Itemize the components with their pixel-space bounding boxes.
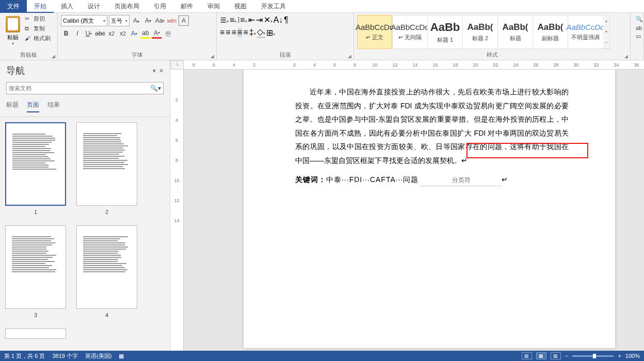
style-item-3[interactable]: AaBb(标题 2: [462, 15, 497, 49]
borders-button[interactable]: ⊞▾: [266, 28, 275, 38]
status-macro-icon[interactable]: ▦: [119, 353, 124, 359]
copy-label: 复制: [34, 25, 45, 32]
vertical-ruler[interactable]: 2468101214: [170, 70, 184, 351]
thumb-page-4[interactable]: 4: [76, 225, 137, 318]
replace-icon[interactable]: ab: [636, 25, 638, 31]
page[interactable]: 近年来，中国在海外直接投资上的动作很大，先后在欧美市场上进行较大影响的投资。在亚…: [244, 70, 615, 348]
tab-devtools[interactable]: 开发工具: [254, 0, 293, 13]
nav-tab-results[interactable]: 结果: [47, 101, 60, 112]
nav-search-box[interactable]: 🔍▾: [6, 82, 164, 94]
copy-button[interactable]: ⧉复制: [25, 25, 51, 32]
strikethrough-button[interactable]: abc: [95, 28, 105, 39]
nav-tab-headings[interactable]: 标题: [6, 101, 19, 112]
decrease-indent-button[interactable]: ⇤: [248, 15, 255, 25]
tab-references[interactable]: 引用: [147, 0, 173, 13]
status-lang[interactable]: 英语(美国): [85, 352, 111, 360]
horizontal-ruler[interactable]: 8642246810121416182022242628303234363840…: [184, 60, 644, 70]
thumb-page-5[interactable]: [5, 329, 66, 339]
thumb-page-2[interactable]: 2: [76, 122, 137, 215]
search-icon[interactable]: 🔍▾: [150, 85, 161, 92]
gallery-scroll[interactable]: ▴▾▿: [603, 15, 610, 49]
tab-review[interactable]: 审阅: [200, 0, 227, 13]
highlight-button[interactable]: ab: [140, 28, 151, 39]
change-case-button[interactable]: Aa▾: [155, 15, 165, 26]
styles-gallery[interactable]: AaBbCcDd↵ 正文AaBbCcDd↵ 无间隔AaBb标题 1AaBb(标题…: [357, 15, 610, 49]
style-item-5[interactable]: AaBb(副标题: [533, 15, 568, 49]
clipboard-launcher-icon[interactable]: ◢: [52, 54, 55, 59]
status-bar: 第 1 页，共 6 页 3819 个字 英语(美国) ▦ ▤ ▦ ▥ − + 1…: [0, 351, 644, 361]
styles-launcher-icon[interactable]: ◢: [624, 54, 628, 59]
nav-dropdown-icon[interactable]: ▾: [153, 68, 156, 74]
cut-button[interactable]: ✂剪切: [25, 15, 51, 23]
tab-view[interactable]: 视图: [227, 0, 254, 13]
zoom-slider[interactable]: [572, 355, 614, 357]
align-right-button[interactable]: ≡: [232, 28, 236, 37]
view-print-icon[interactable]: ▦: [536, 352, 546, 359]
view-web-icon[interactable]: ▥: [551, 352, 561, 359]
bold-button[interactable]: B: [61, 28, 71, 39]
nav-search-input[interactable]: [9, 85, 150, 91]
tab-file[interactable]: 文件: [0, 0, 27, 13]
font-color-button[interactable]: A▾: [152, 28, 162, 39]
style-item-4[interactable]: AaBb(标题: [497, 15, 533, 49]
asian-layout-button[interactable]: ✕▾: [264, 15, 272, 25]
italic-button[interactable]: I: [72, 28, 83, 39]
nav-close-icon[interactable]: ✕: [159, 68, 164, 74]
bullets-button[interactable]: ≣▾: [220, 15, 229, 25]
group-styles: AaBbCcDd↵ 正文AaBbCcDd↵ 无间隔AaBb标题 1AaBb(标题…: [354, 13, 631, 60]
text-effects-button[interactable]: A▾: [129, 28, 139, 39]
tab-layout[interactable]: 页面布局: [107, 0, 147, 13]
grow-font-button[interactable]: A▴: [131, 15, 141, 26]
paste-button[interactable]: 粘贴 ▾: [3, 15, 23, 46]
zoom-in-button[interactable]: +: [618, 353, 621, 359]
view-read-icon[interactable]: ▤: [522, 352, 532, 359]
tab-design[interactable]: 设计: [81, 0, 107, 13]
find-icon[interactable]: 🔍: [636, 16, 638, 23]
thumb-page-3[interactable]: 3: [5, 225, 66, 318]
underline-button[interactable]: U▾: [84, 28, 94, 39]
phonetic-guide-button[interactable]: wén: [167, 15, 177, 26]
style-item-0[interactable]: AaBbCcDd↵ 正文: [357, 15, 392, 49]
font-launcher-icon[interactable]: ◢: [211, 54, 214, 59]
subscript-button[interactable]: x2: [106, 28, 117, 39]
page-scroll[interactable]: 近年来，中国在海外直接投资上的动作很大，先后在欧美市场上进行较大影响的投资。在亚…: [184, 70, 644, 351]
show-marks-button[interactable]: ¶: [284, 15, 288, 25]
keywords-line[interactable]: 关键词：中泰···FDI···CAFTA···问题 分页符↵: [295, 173, 569, 187]
style-preview: AaBb: [430, 21, 460, 34]
format-painter-button[interactable]: 🖌格式刷: [25, 35, 51, 42]
shading-button[interactable]: ◇▾: [257, 27, 265, 38]
increase-indent-button[interactable]: ⇥: [256, 15, 263, 25]
clear-format-button[interactable]: A: [179, 15, 189, 26]
line-spacing-button[interactable]: ‡▾: [249, 28, 256, 37]
numbering-button[interactable]: ≡▾: [230, 15, 236, 25]
style-name: 副标题: [542, 35, 559, 42]
tab-home[interactable]: 开始: [27, 0, 54, 13]
enclose-char-button[interactable]: ㊥: [163, 28, 173, 39]
justify-button[interactable]: ≡: [237, 28, 242, 37]
style-item-6[interactable]: AaBbCcDd不明显强调: [568, 15, 603, 49]
select-icon[interactable]: ▭: [636, 33, 638, 40]
multilevel-button[interactable]: ⁝≡▾: [237, 15, 247, 25]
nav-tab-pages[interactable]: 页面: [27, 101, 39, 112]
paste-icon: [6, 16, 20, 32]
zoom-value[interactable]: 100%: [625, 353, 640, 359]
status-page[interactable]: 第 1 页，共 6 页: [4, 352, 45, 360]
shrink-font-button[interactable]: A▾: [143, 15, 153, 26]
tab-mailings[interactable]: 邮件: [173, 0, 200, 13]
tab-insert[interactable]: 插入: [54, 0, 81, 13]
page-break-mark: 分页符: [421, 174, 502, 187]
font-name-select[interactable]: Calibri (西文▾: [61, 15, 107, 26]
align-left-button[interactable]: ≡: [220, 28, 224, 37]
style-item-1[interactable]: AaBbCcDd↵ 无间隔: [392, 15, 427, 49]
font-size-select[interactable]: 五号▾: [109, 15, 130, 26]
zoom-out-button[interactable]: −: [565, 353, 568, 359]
distribute-button[interactable]: ≡: [243, 28, 248, 37]
style-item-2[interactable]: AaBb标题 1: [427, 15, 462, 49]
paragraph-launcher-icon[interactable]: ◢: [348, 54, 351, 59]
body-paragraph[interactable]: 近年来，中国在海外直接投资上的动作很大，先后在欧美市场上进行较大影响的投资。在亚…: [295, 85, 569, 168]
superscript-button[interactable]: x2: [118, 28, 128, 39]
sort-button[interactable]: A↓: [273, 15, 283, 25]
status-words[interactable]: 3819 个字: [52, 352, 78, 360]
thumb-page-1[interactable]: 1: [5, 122, 66, 215]
align-center-button[interactable]: ≡: [226, 28, 230, 37]
